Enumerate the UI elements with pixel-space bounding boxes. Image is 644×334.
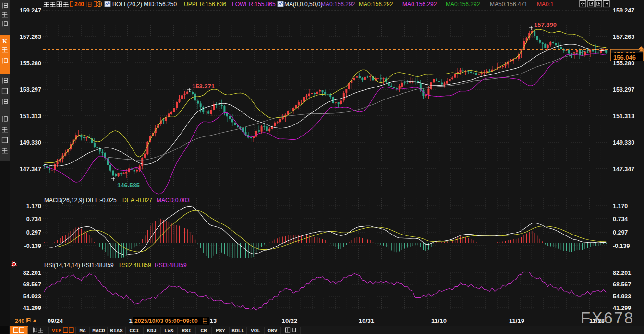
svg-text:0.734: 0.734 — [613, 216, 628, 223]
svg-text:240: 240 — [15, 318, 24, 324]
svg-text:54.933: 54.933 — [23, 293, 41, 300]
svg-text:155.280: 155.280 — [20, 60, 41, 67]
svg-text:151.313: 151.313 — [613, 113, 634, 120]
svg-text:151.313: 151.313 — [20, 113, 41, 120]
svg-text:41.299: 41.299 — [23, 305, 41, 311]
svg-text:54.933: 54.933 — [613, 293, 631, 300]
svg-text:MACD: MACD — [92, 328, 105, 334]
svg-text:146.585: 146.585 — [117, 182, 140, 189]
svg-text:KDJ: KDJ — [147, 328, 157, 334]
svg-text:BIAS: BIAS — [110, 328, 123, 334]
svg-text:156.046: 156.046 — [613, 54, 636, 61]
svg-text:82.201: 82.201 — [613, 270, 631, 276]
svg-text:RSI2:48.859: RSI2:48.859 — [119, 262, 151, 269]
svg-text:157.263: 157.263 — [613, 34, 634, 40]
svg-text:MA: MA — [79, 328, 86, 334]
svg-text:147.347: 147.347 — [20, 166, 41, 173]
svg-text:149.330: 149.330 — [20, 139, 41, 146]
svg-text:MA(0,0,0,50,0): MA(0,0,0,50,0) — [284, 1, 322, 8]
svg-text:0.297: 0.297 — [26, 229, 41, 236]
svg-text:MACD:0.003: MACD:0.003 — [157, 197, 190, 204]
svg-text:RSI(14,14,14) RSI1:48.859: RSI(14,14,14) RSI1:48.859 — [44, 262, 114, 269]
svg-text:LW&: LW& — [164, 328, 174, 334]
svg-text:-0.139: -0.139 — [24, 243, 41, 249]
svg-text:1: 1 — [129, 317, 132, 324]
svg-text:CCI: CCI — [130, 328, 139, 334]
svg-text:68.567: 68.567 — [613, 281, 631, 288]
svg-text:VIP: VIP — [52, 328, 61, 334]
svg-text:MA50:156.471: MA50:156.471 — [490, 1, 527, 8]
svg-text:MA0:156.292: MA0:156.292 — [359, 1, 393, 8]
svg-text:1.170: 1.170 — [613, 203, 628, 210]
svg-text:13: 13 — [210, 317, 217, 324]
svg-text:10/22: 10/22 — [282, 317, 298, 324]
svg-text:153.297: 153.297 — [20, 87, 41, 93]
svg-text:CR: CR — [200, 328, 207, 334]
svg-text:157.263: 157.263 — [20, 34, 41, 40]
svg-text:MA0:156.292: MA0:156.292 — [446, 1, 480, 8]
svg-text:PSY: PSY — [216, 328, 225, 334]
svg-text:11/10: 11/10 — [431, 317, 447, 324]
svg-text:159.247: 159.247 — [613, 7, 634, 14]
svg-text:153.271: 153.271 — [192, 83, 215, 90]
svg-text:1.170: 1.170 — [26, 203, 41, 210]
svg-text:MA0:1: MA0:1 — [537, 1, 554, 8]
svg-text:240: 240 — [74, 1, 84, 8]
svg-text:0.734: 0.734 — [26, 216, 41, 223]
svg-text:11/19: 11/19 — [509, 317, 524, 324]
svg-text:-0.139: -0.139 — [613, 243, 630, 249]
svg-text:68.567: 68.567 — [23, 281, 41, 288]
svg-text:82.201: 82.201 — [23, 270, 41, 276]
svg-text:2025/10/03 05:00~09:00: 2025/10/03 05:00~09:00 — [134, 318, 198, 324]
svg-text:0.297: 0.297 — [613, 229, 628, 236]
svg-text:K: K — [2, 37, 8, 45]
svg-text:FX678: FX678 — [581, 309, 634, 327]
svg-text:UPPER:156.636: UPPER:156.636 — [184, 1, 226, 8]
svg-text:157.890: 157.890 — [534, 21, 557, 28]
svg-text:149.330: 149.330 — [613, 139, 634, 146]
svg-text:RSI: RSI — [182, 328, 192, 334]
svg-text:11/28: 11/28 — [589, 317, 605, 324]
svg-text:159.247: 159.247 — [20, 7, 41, 14]
svg-text:RSI3:48.859: RSI3:48.859 — [155, 262, 187, 269]
svg-text:10/31: 10/31 — [359, 317, 375, 324]
svg-text:DEA:-0.027: DEA:-0.027 — [122, 197, 152, 204]
svg-text:MA0:156.292: MA0:156.292 — [321, 1, 355, 8]
svg-text:OBV: OBV — [268, 328, 278, 334]
svg-text:153.297: 153.297 — [613, 87, 634, 93]
svg-text:MACD(26,12,9) DIFF:-0.025: MACD(26,12,9) DIFF:-0.025 — [44, 197, 117, 204]
svg-text:09/24: 09/24 — [48, 317, 63, 324]
svg-text:BOLL: BOLL — [231, 328, 244, 334]
svg-text:VOL: VOL — [251, 328, 260, 334]
svg-text:147.347: 147.347 — [613, 166, 634, 173]
svg-text:LOWER:155.865: LOWER:155.865 — [232, 1, 276, 8]
svg-text:MA0:156.292: MA0:156.292 — [402, 1, 437, 8]
svg-text:BOLL(20,2) MID:156.250: BOLL(20,2) MID:156.250 — [112, 1, 177, 8]
